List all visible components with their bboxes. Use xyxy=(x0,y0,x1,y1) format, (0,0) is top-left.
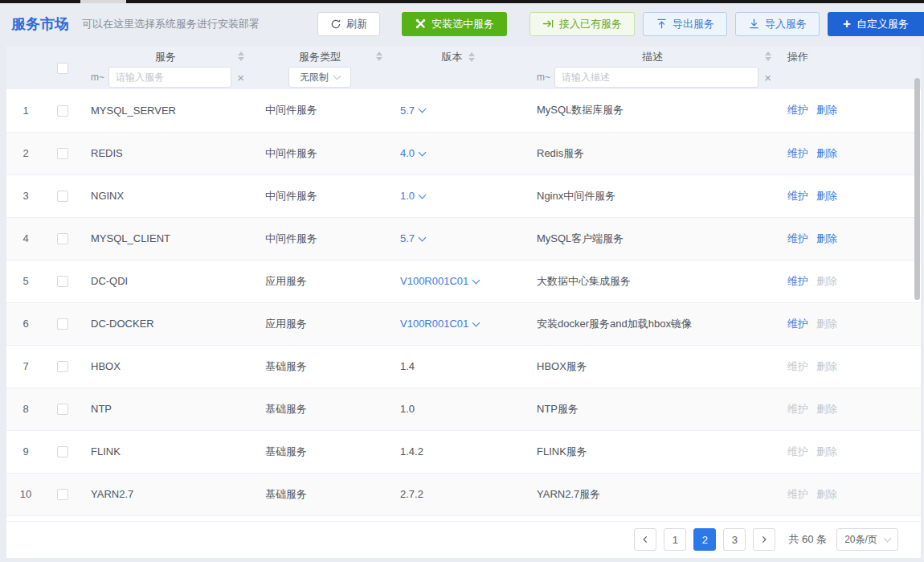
service-type: 基础服务 xyxy=(251,430,389,473)
service-type: 中间件服务 xyxy=(251,89,389,132)
maintain-link[interactable]: 维护 xyxy=(787,275,808,287)
maintain-link[interactable]: 维护 xyxy=(787,104,808,116)
sort-carets-icon[interactable] xyxy=(765,51,771,61)
row-checkbox[interactable] xyxy=(57,191,68,202)
toolbar: 刷新 安装选中服务 接入已有服务 导出服务 导入服务 + 自定义服务 xyxy=(317,12,924,36)
vertical-scrollbar-thumb[interactable] xyxy=(914,78,920,300)
version-value: 1.0 xyxy=(400,190,415,202)
version-select[interactable]: 5.7 xyxy=(400,232,425,244)
refresh-button[interactable]: 刷新 xyxy=(317,12,380,36)
delete-link: 删除 xyxy=(816,445,837,457)
maintain-link[interactable]: 维护 xyxy=(787,318,808,330)
maintain-link[interactable]: 维护 xyxy=(787,190,808,202)
connect-existing-button[interactable]: 接入已有服务 xyxy=(529,12,635,36)
sort-carets-icon[interactable] xyxy=(376,51,382,61)
delete-link[interactable]: 删除 xyxy=(816,104,837,116)
next-page-button[interactable] xyxy=(753,528,775,551)
service-description: HBOX服务 xyxy=(527,345,778,388)
row-index: 5 xyxy=(6,260,45,302)
page-buttons: 123 xyxy=(664,528,746,551)
pagination-bar: 123 共 60 条 20条/页 xyxy=(6,522,921,558)
page-size-select[interactable]: 20条/页 xyxy=(836,528,898,551)
col-header-description: 描述 xyxy=(642,50,663,64)
row-checkbox[interactable] xyxy=(57,361,68,372)
service-description: FLINK服务 xyxy=(527,430,778,473)
total-count-label: 共 60 条 xyxy=(788,532,827,547)
service-type: 基础服务 xyxy=(251,388,389,430)
sort-carets-icon[interactable] xyxy=(238,51,244,61)
delete-link[interactable]: 删除 xyxy=(816,147,837,159)
row-checkbox[interactable] xyxy=(57,148,68,159)
table-row: 10YARN2.7基础服务2.7.2YARN2.7服务维护删除 xyxy=(6,473,921,515)
page-subtitle: 可以在这里选择系统服务进行安装部署 xyxy=(82,17,260,31)
service-type: 中间件服务 xyxy=(251,174,389,217)
table-row: 5DC-QDI应用服务V100R001C01大数据中心集成服务维护删除 xyxy=(6,260,921,302)
page-button-2[interactable]: 2 xyxy=(693,528,716,551)
row-index: 3 xyxy=(6,174,45,217)
service-name: FLINK xyxy=(80,430,251,473)
chevron-left-icon xyxy=(640,535,650,544)
prev-page-button[interactable] xyxy=(634,528,656,551)
export-services-button[interactable]: 导出服务 xyxy=(643,12,727,36)
version-select[interactable]: V100R001C01 xyxy=(400,275,479,287)
service-name: MYSQL_SERVER xyxy=(80,89,251,132)
row-checkbox[interactable] xyxy=(57,489,68,500)
service-name: MYSQL_CLIENT xyxy=(80,217,251,260)
service-name: NGINX xyxy=(80,174,251,217)
clear-x-icon[interactable]: × xyxy=(237,72,244,84)
plus-icon: + xyxy=(843,17,851,31)
version-value: 1.4.2 xyxy=(400,445,423,457)
page-title: 服务市场 xyxy=(11,14,69,34)
version-select[interactable]: 1.0 xyxy=(400,190,425,202)
row-checkbox[interactable] xyxy=(57,446,68,457)
maintain-link[interactable]: 维护 xyxy=(787,147,808,159)
chevron-down-icon xyxy=(472,276,480,284)
install-selected-label: 安装选中服务 xyxy=(431,17,494,31)
row-checkbox[interactable] xyxy=(57,276,68,287)
custom-service-button[interactable]: + 自定义服务 xyxy=(828,12,924,36)
version-select[interactable]: 5.7 xyxy=(400,105,425,117)
page-size-value: 20条/页 xyxy=(844,533,877,547)
type-filter-select[interactable]: 无限制 xyxy=(288,67,351,88)
service-type: 中间件服务 xyxy=(251,217,389,260)
maintain-link[interactable]: 维护 xyxy=(787,232,808,244)
match-mode-label: m~ xyxy=(91,72,104,83)
connect-existing-label: 接入已有服务 xyxy=(559,17,622,31)
delete-link[interactable]: 删除 xyxy=(816,232,837,244)
row-checkbox[interactable] xyxy=(57,233,68,244)
version-value: 1.4 xyxy=(400,360,415,372)
delete-link: 删除 xyxy=(816,275,837,287)
service-description: Nginx中间件服务 xyxy=(527,174,778,217)
service-name: REDIS xyxy=(80,132,251,174)
sort-carets-icon[interactable] xyxy=(468,52,475,62)
delete-link: 删除 xyxy=(816,403,837,415)
row-checkbox[interactable] xyxy=(57,318,68,330)
clear-x-icon[interactable]: × xyxy=(764,72,771,84)
select-all-checkbox[interactable] xyxy=(57,63,68,74)
row-index: 1 xyxy=(6,89,45,132)
version-select[interactable]: V100R001C01 xyxy=(400,318,479,330)
service-name: DC-DOCKER xyxy=(80,302,251,345)
row-index: 9 xyxy=(6,430,45,473)
import-services-button[interactable]: 导入服务 xyxy=(735,12,820,36)
maintain-link: 维护 xyxy=(787,360,808,372)
description-filter-input[interactable] xyxy=(554,67,758,88)
version-select[interactable]: 4.0 xyxy=(400,147,425,159)
refresh-icon xyxy=(330,18,341,30)
delete-link[interactable]: 删除 xyxy=(816,190,837,202)
window-top-edge xyxy=(0,0,924,3)
version-value: 4.0 xyxy=(400,147,415,159)
row-checkbox[interactable] xyxy=(57,105,68,117)
service-name: YARN2.7 xyxy=(80,473,251,515)
row-checkbox[interactable] xyxy=(57,404,68,415)
row-index: 4 xyxy=(6,217,45,260)
service-name: DC-QDI xyxy=(80,260,251,302)
service-filter-input[interactable] xyxy=(108,67,231,88)
table-row: 9FLINK基础服务1.4.2FLINK服务维护删除 xyxy=(6,430,921,473)
table-row: 3NGINX中间件服务1.0Nginx中间件服务维护删除 xyxy=(6,174,921,217)
page-button-1[interactable]: 1 xyxy=(664,528,686,551)
type-filter-value: 无限制 xyxy=(300,71,329,84)
version-value: 1.0 xyxy=(400,403,415,415)
page-button-3[interactable]: 3 xyxy=(723,528,746,551)
install-selected-button[interactable]: 安装选中服务 xyxy=(402,12,507,36)
